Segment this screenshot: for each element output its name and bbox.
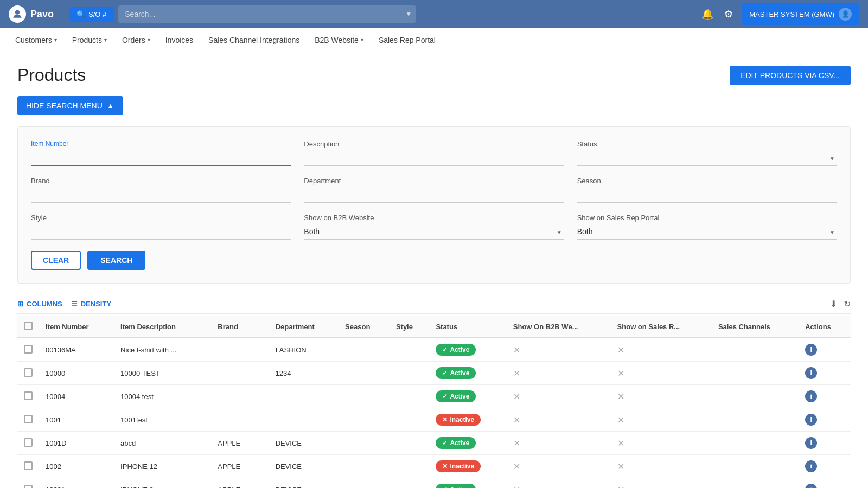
header-actions: Actions — [799, 316, 851, 338]
row-show-b2b: ✕ — [507, 455, 611, 478]
row-show-b2b: ✕ — [507, 338, 611, 362]
row-checkbox[interactable] — [24, 485, 33, 489]
main-content: Products EDIT PRODUCTS VIA CSV... HIDE S… — [0, 52, 868, 488]
row-item-number: 1001 — [39, 408, 114, 432]
refresh-icon[interactable]: ↻ — [844, 299, 851, 309]
hide-search-menu-button[interactable]: HIDE SEARCH MENU ▲ — [17, 96, 123, 115]
row-sales-channels — [712, 338, 799, 362]
row-department: FASHION — [269, 338, 339, 362]
status-select[interactable]: Active Inactive — [577, 150, 837, 166]
row-show-b2b: ✕ — [507, 385, 611, 408]
info-icon[interactable]: i — [805, 344, 817, 356]
row-actions: i — [799, 478, 851, 489]
row-department: DEVICE — [269, 478, 339, 489]
nav-orders[interactable]: Orders ▾ — [116, 31, 157, 49]
b2b-x-icon: ✕ — [513, 369, 520, 378]
brand-group: Brand — [31, 177, 291, 203]
item-number-input[interactable] — [31, 150, 291, 166]
row-sales-channels — [712, 432, 799, 455]
user-avatar: 👤 — [839, 8, 852, 21]
show-b2b-select-wrap: Both Yes No — [304, 224, 564, 240]
show-b2b-label: Show on B2B Website — [304, 214, 564, 222]
description-input[interactable] — [304, 150, 564, 166]
info-icon[interactable]: i — [805, 414, 817, 426]
status-icon: ✓ — [442, 486, 448, 488]
row-checkbox[interactable] — [24, 438, 33, 447]
row-checkbox-cell — [17, 455, 39, 478]
row-season — [339, 455, 390, 478]
nav-sales-rep[interactable]: Sales Rep Portal — [372, 31, 442, 49]
header-style: Style — [390, 316, 430, 338]
row-department — [269, 385, 339, 408]
row-checkbox[interactable] — [24, 461, 33, 470]
row-item-number: 1002 — [39, 455, 114, 478]
info-icon[interactable]: i — [805, 390, 817, 402]
columns-button[interactable]: ⊞ COLUMNS — [17, 300, 62, 308]
so-button[interactable]: 🔍 S/O # — [69, 7, 114, 22]
style-group: Style — [31, 214, 291, 240]
edit-csv-button[interactable]: EDIT PRODUCTS VIA CSV... — [730, 66, 851, 85]
row-brand: APPLE — [211, 432, 269, 455]
table-row: 10004 10004 test ✓ Active ✕ ✕ i — [17, 385, 851, 408]
info-icon[interactable]: i — [805, 460, 817, 472]
row-season — [339, 338, 390, 362]
notifications-icon[interactable]: 🔔 — [699, 6, 716, 22]
info-icon[interactable]: i — [805, 437, 817, 449]
season-input[interactable] — [577, 187, 837, 203]
search-dropdown-arrow[interactable]: ▼ — [405, 10, 412, 18]
row-description: 10000 TEST — [114, 362, 211, 385]
nav-sales-channel[interactable]: Sales Channel Integrations — [202, 31, 306, 49]
nav-b2b-website[interactable]: B2B Website ▾ — [308, 31, 370, 49]
row-checkbox[interactable] — [24, 391, 33, 400]
show-sales-select[interactable]: Both Yes No — [577, 224, 837, 240]
status-badge: ✕ Inactive — [436, 460, 481, 472]
header-show-b2b: Show On B2B We... — [507, 316, 611, 338]
nav-products[interactable]: Products ▾ — [66, 31, 113, 49]
row-sales-channels — [712, 455, 799, 478]
info-icon[interactable]: i — [805, 484, 817, 488]
row-checkbox[interactable] — [24, 368, 33, 377]
info-icon[interactable]: i — [805, 367, 817, 379]
row-department — [269, 408, 339, 432]
row-show-sales: ✕ — [611, 408, 712, 432]
row-department: DEVICE — [269, 432, 339, 455]
table-row: 1001 1001test ✕ Inactive ✕ ✕ i — [17, 408, 851, 432]
nav-invoices[interactable]: Invoices — [159, 31, 200, 49]
show-b2b-select[interactable]: Both Yes No — [304, 224, 564, 240]
settings-icon[interactable]: ⚙ — [722, 6, 735, 22]
row-show-sales: ✕ — [611, 478, 712, 489]
form-row-3: Style Show on B2B Website Both Yes No Sh… — [31, 214, 837, 240]
row-checkbox-cell — [17, 385, 39, 408]
row-show-sales: ✕ — [611, 362, 712, 385]
nav-customers[interactable]: Customers ▾ — [9, 31, 63, 49]
row-description: Nice t-shirt with ... — [114, 338, 211, 362]
search-input[interactable] — [123, 5, 405, 23]
row-actions: i — [799, 362, 851, 385]
row-checkbox[interactable] — [24, 415, 33, 423]
row-season — [339, 432, 390, 455]
header-season: Season — [339, 316, 390, 338]
description-label: Description — [304, 140, 564, 148]
products-dropdown-arrow: ▾ — [104, 37, 107, 43]
row-status: ✓ Active — [429, 432, 506, 455]
row-style — [390, 455, 430, 478]
search-button[interactable]: SEARCH — [87, 251, 145, 270]
brand-input[interactable] — [31, 187, 291, 203]
density-button[interactable]: ☰ DENSITY — [71, 300, 111, 308]
form-row-2: Brand Department Season — [31, 177, 837, 203]
row-checkbox[interactable] — [24, 345, 33, 354]
select-all-checkbox[interactable] — [24, 322, 33, 330]
row-actions: i — [799, 408, 851, 432]
department-input[interactable] — [304, 187, 564, 203]
show-sales-label: Show on Sales Rep Portal — [577, 214, 837, 222]
style-input[interactable] — [31, 224, 291, 240]
row-show-sales: ✕ — [611, 338, 712, 362]
master-system-button[interactable]: MASTER SYSTEM (GMW) 👤 — [742, 3, 859, 25]
download-icon[interactable]: ⬇ — [830, 299, 837, 309]
clear-button[interactable]: CLEAR — [31, 251, 81, 270]
row-status: ✓ Active — [429, 478, 506, 489]
row-checkbox-cell — [17, 408, 39, 432]
status-badge: ✓ Active — [436, 390, 476, 402]
row-item-number: 00136MA — [39, 338, 114, 362]
status-icon: ✓ — [442, 393, 448, 400]
